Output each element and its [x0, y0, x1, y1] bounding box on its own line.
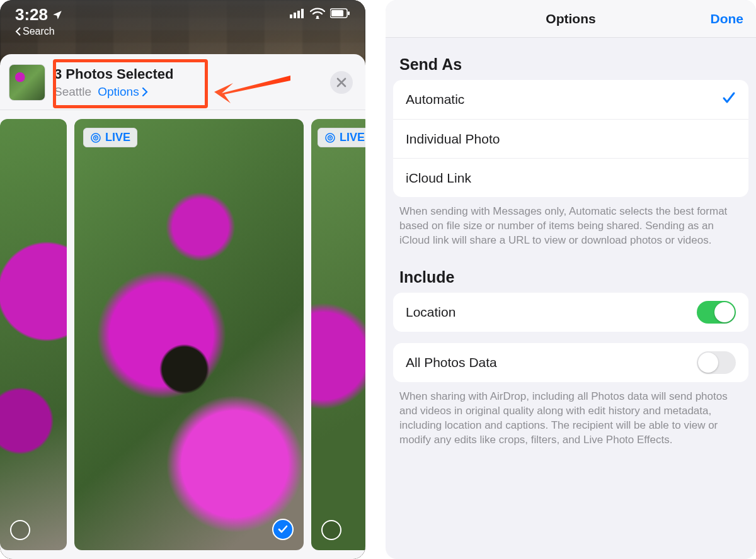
live-badge: LIVE: [318, 128, 365, 147]
row-label: iCloud Link: [406, 171, 471, 186]
svg-rect-1: [294, 13, 296, 18]
svg-rect-7: [348, 11, 350, 15]
selection-circle[interactable]: [10, 520, 30, 540]
selection-checkmark[interactable]: [272, 519, 294, 540]
share-header: 3 Photos Selected Seattle Options: [0, 54, 365, 110]
photo-carousel[interactable]: LIVE LIVE: [0, 110, 365, 559]
include-location-row[interactable]: Location: [393, 293, 748, 332]
live-icon: [90, 132, 101, 144]
wifi-icon: [310, 8, 325, 19]
location-toggle[interactable]: [697, 301, 736, 324]
send-as-icloud-link[interactable]: iCloud Link: [393, 158, 748, 197]
selection-title: 3 Photos Selected: [54, 66, 174, 82]
selection-location: Seattle: [54, 85, 91, 99]
time-text: 3:28: [15, 5, 48, 25]
location-arrow-icon: [52, 9, 63, 21]
battery-icon: [330, 8, 350, 18]
chevron-left-icon: [15, 27, 21, 36]
options-link[interactable]: Options: [98, 85, 147, 99]
options-screen: Options Done Send As Automatic Individua…: [386, 0, 756, 559]
send-as-group: Automatic Individual Photo iCloud Link: [393, 80, 748, 197]
live-icon: [324, 132, 336, 144]
nav-bar: Options Done: [386, 0, 756, 38]
live-label: LIVE: [340, 131, 365, 144]
status-time: 3:28: [15, 5, 63, 25]
svg-rect-3: [301, 9, 304, 18]
back-label: Search: [23, 26, 55, 37]
options-link-label: Options: [98, 85, 139, 99]
photo-tile[interactable]: [0, 119, 67, 550]
live-label: LIVE: [105, 131, 130, 144]
nav-title: Options: [546, 11, 595, 26]
live-badge: LIVE: [83, 128, 137, 147]
done-button[interactable]: Done: [711, 11, 744, 26]
chevron-right-icon: [142, 88, 148, 96]
section-header-send-as: Send As: [386, 38, 756, 80]
svg-rect-2: [297, 11, 300, 18]
cellular-icon: [290, 8, 305, 18]
checkmark-icon: [722, 91, 736, 108]
photo-tile[interactable]: LIVE: [311, 119, 365, 550]
send-as-individual[interactable]: Individual Photo: [393, 119, 748, 158]
svg-point-13: [329, 137, 331, 138]
svg-point-10: [95, 137, 97, 138]
all-data-toggle[interactable]: [697, 351, 736, 374]
selection-thumbnail: [9, 64, 45, 101]
svg-point-4: [316, 16, 319, 18]
include-all-data-group: All Photos Data: [393, 343, 748, 382]
include-all-data-row[interactable]: All Photos Data: [393, 343, 748, 382]
close-button[interactable]: [330, 71, 353, 94]
svg-rect-0: [290, 14, 292, 18]
selection-circle[interactable]: [321, 520, 341, 540]
check-icon: [277, 524, 289, 535]
breadcrumb-back[interactable]: Search: [15, 26, 63, 37]
row-label: Automatic: [406, 92, 464, 107]
row-label: Location: [406, 305, 455, 320]
send-as-footer: When sending with Messages only, Automat…: [386, 197, 756, 251]
row-label: Individual Photo: [406, 132, 500, 147]
svg-rect-6: [331, 10, 343, 16]
row-label: All Photos Data: [406, 355, 497, 370]
section-header-include: Include: [386, 251, 756, 293]
send-as-automatic[interactable]: Automatic: [393, 80, 748, 119]
share-sheet-screen: 3:28 Search: [0, 0, 365, 559]
photo-tile[interactable]: LIVE: [74, 119, 304, 550]
include-footer: When sharing with AirDrop, including all…: [386, 382, 756, 450]
status-bar: 3:28 Search: [0, 0, 365, 54]
include-location-group: Location: [393, 293, 748, 332]
close-icon: [336, 77, 346, 88]
share-sheet: 3 Photos Selected Seattle Options: [0, 54, 365, 559]
